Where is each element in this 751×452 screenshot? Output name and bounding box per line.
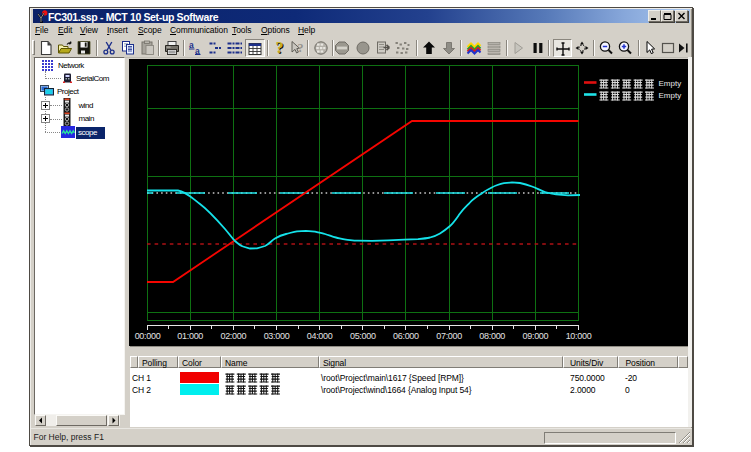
svg-text:05:000: 05:000 <box>350 331 376 341</box>
svg-text:?: ? <box>297 41 303 55</box>
svg-text:02:000: 02:000 <box>220 331 246 341</box>
svg-text:07:000: 07:000 <box>436 331 462 341</box>
svg-text:00:000: 00:000 <box>135 331 161 341</box>
svg-text:09:000: 09:000 <box>523 331 549 341</box>
svg-text:01:000: 01:000 <box>177 331 203 341</box>
svg-text:10:000: 10:000 <box>566 331 592 341</box>
svg-text:?: ? <box>275 39 283 56</box>
svg-text:08:000: 08:000 <box>479 331 505 341</box>
svg-text:04:000: 04:000 <box>307 331 333 341</box>
svg-text:03:000: 03:000 <box>264 331 290 341</box>
svg-text:06:000: 06:000 <box>393 331 419 341</box>
